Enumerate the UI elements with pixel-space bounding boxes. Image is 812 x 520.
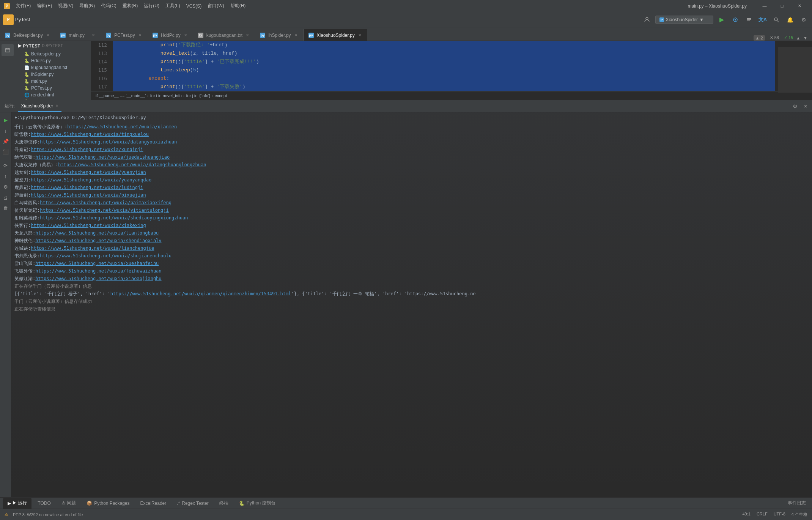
packages-icon: 📦 xyxy=(87,501,92,506)
run-tab-active[interactable]: XiaoshuoSpider ✕ xyxy=(18,100,61,112)
editor-content[interactable]: 112 113 114 115 116 117 print('下载路径: '+h… xyxy=(91,41,778,91)
status-position[interactable]: 49:1 xyxy=(742,512,750,517)
tab-python-console[interactable]: 🐍 Python 控制台 xyxy=(234,498,280,509)
file-main[interactable]: 🐍 main.py xyxy=(15,78,91,85)
py-icon: py xyxy=(60,33,66,38)
tab-close-main[interactable]: ✕ xyxy=(91,33,96,38)
menu-file[interactable]: 文件(F) xyxy=(13,1,34,11)
profile-button[interactable] xyxy=(744,14,754,25)
close-button[interactable]: ✕ xyxy=(791,0,808,12)
tab-problems[interactable]: ⚠ 问题 xyxy=(57,498,80,509)
translate-button[interactable]: 文A xyxy=(757,14,768,25)
breadcrumb-item-2[interactable]: for i in novel_info xyxy=(150,93,182,98)
tab-close-pctest[interactable]: ✕ xyxy=(137,33,143,38)
user-icon[interactable] xyxy=(642,14,652,25)
notification-button[interactable]: 🔔 xyxy=(785,14,795,25)
menu-tools[interactable]: 工具(L) xyxy=(162,1,183,11)
file-beikespider[interactable]: 🐍 Beikespider.py xyxy=(15,50,91,57)
minimize-button[interactable]: — xyxy=(756,0,773,12)
run-filter-button[interactable]: 🖨 xyxy=(1,193,10,202)
status-line-ending[interactable]: CRLF xyxy=(757,512,768,517)
run-command: E:\python\python.exe D:/PyTest/XiaoshuoS… xyxy=(14,114,809,121)
tab-todo[interactable]: TODO xyxy=(33,498,55,509)
tab-close-beikespider[interactable]: ✕ xyxy=(45,33,50,38)
breadcrumb-item-1[interactable]: if __name__ == '__main__' xyxy=(96,93,146,98)
file-pctest[interactable]: 🐍 PCTest.py xyxy=(15,85,91,91)
file-kugoubangdan[interactable]: 📄 kugoubangdan.txt xyxy=(15,64,91,71)
run-tab-close[interactable]: ✕ xyxy=(55,104,58,108)
code-area[interactable]: 112 113 114 115 116 117 print('下载路径: '+h… xyxy=(91,41,778,91)
breadcrumb-item-3[interactable]: for j in i['info'] xyxy=(186,93,211,98)
chevron-up-icon[interactable]: ▲ xyxy=(796,36,800,40)
menu-run[interactable]: 运行(U) xyxy=(141,1,162,11)
file-hddpc[interactable]: 🐍 HddPc.py xyxy=(15,57,91,64)
project-icon[interactable] xyxy=(2,44,14,56)
menu-edit[interactable]: 编辑(E) xyxy=(34,1,55,11)
settings-icon[interactable]: ⚙ xyxy=(793,103,798,109)
menu-refactor[interactable]: 重构(R) xyxy=(120,1,141,11)
breadcrumb-item-4[interactable]: except xyxy=(215,93,227,98)
run-output-line-21: 笑傲江湖:https://www.51shucheng.net/wuxia/xi… xyxy=(14,275,809,282)
tab-mainpy[interactable]: py main.py ✕ xyxy=(55,29,101,41)
tab-excel-reader[interactable]: ExcelReader xyxy=(136,498,171,509)
menu-navigate[interactable]: 导航(N) xyxy=(76,1,98,11)
run-scroll-up-button[interactable]: ↑ xyxy=(1,172,10,181)
run-play-button[interactable]: ▶ xyxy=(1,115,10,124)
close-run-icon[interactable]: ✕ xyxy=(804,104,807,109)
code-content[interactable]: print('下载路径: '+href) novel_text(z, title… xyxy=(110,41,778,91)
run-output[interactable]: E:\python\python.exe D:/PyTest/XiaoshuoS… xyxy=(11,112,812,497)
run-button[interactable]: ▶ xyxy=(716,14,727,25)
run-panel-header: 运行: XiaoshuoSpider ✕ ⚙ ✕ xyxy=(0,100,812,112)
tab-xiaoshuospider[interactable]: py XiaoshuoSpider.py ✕ xyxy=(304,29,367,41)
tab-hddpc[interactable]: py HddPc.py ✕ xyxy=(148,29,193,41)
menu-vcs[interactable]: VCS(S) xyxy=(183,2,205,10)
debug-button[interactable] xyxy=(730,14,741,25)
run-pin-button[interactable]: 📌 xyxy=(1,137,10,146)
python-file-icon: 🐍 xyxy=(24,72,30,77)
tab-bar: py Beikespider.py ✕ py main.py ✕ py PCTe… xyxy=(0,27,812,41)
run-stop-button[interactable]: ⬛ xyxy=(1,147,10,156)
warning-badge: ▲ 2 xyxy=(754,35,765,41)
menu-bar: 文件(F) 编辑(E) 视图(V) 导航(N) 代码(C) 重构(R) 运行(U… xyxy=(13,1,249,11)
run-output-line-11: 白马啸西风:https://www.51shucheng.net/wuxia/b… xyxy=(14,199,809,206)
svg-point-2 xyxy=(646,17,648,20)
tab-regex-tester[interactable]: .* Regex Tester xyxy=(172,498,213,509)
tab-run[interactable]: ▶ ▶ 运行 xyxy=(3,498,31,509)
menu-help[interactable]: 帮助(H) xyxy=(227,1,249,11)
tab-lhspider[interactable]: py lhSpider.py ✕ xyxy=(255,29,303,41)
file-render[interactable]: 🌐 render.html xyxy=(15,91,91,98)
tab-pctest[interactable]: py PCTest.py ✕ xyxy=(101,29,148,41)
event-log-button[interactable]: 事件日志 xyxy=(785,500,809,506)
status-indentation[interactable]: 4 个空格 xyxy=(792,512,807,517)
run-output-line-7: 越女剑:https://www.51shucheng.net/wuxia/yue… xyxy=(14,169,809,176)
tab-beikespider[interactable]: py Beikespider.py ✕ xyxy=(0,29,55,41)
toolbar: P PyTest P XiaoshuoSpider ▼ ▶ 文A 🔔 ⚙ xyxy=(0,12,812,27)
svg-rect-12 xyxy=(5,49,10,52)
run-settings-icon[interactable]: ⚙ xyxy=(1,182,10,191)
chevron-down-icon[interactable]: ▼ xyxy=(803,36,807,40)
file-lhspider[interactable]: 🐍 lhSpider.py xyxy=(15,71,91,78)
run-scroll-down-button[interactable]: ↓ xyxy=(1,126,10,135)
menu-view[interactable]: 视图(V) xyxy=(55,1,76,11)
status-encoding[interactable]: UTF-8 xyxy=(774,512,785,517)
tab-close-lhspider[interactable]: ✕ xyxy=(293,33,299,38)
run-output-line-12: 倚天屠龙记:https://www.51shucheng.net/wuxia/y… xyxy=(14,206,809,214)
project-selector[interactable]: P XiaoshuoSpider ▼ xyxy=(655,16,713,24)
menu-code[interactable]: 代码(C) xyxy=(98,1,120,11)
tab-close-hddpc[interactable]: ✕ xyxy=(183,33,188,38)
tab-python-packages[interactable]: 📦 Python Packages xyxy=(82,498,134,509)
run-output-line-5: 绝代双骄:https://www.51shucheng.net/wuxia/ju… xyxy=(14,153,809,161)
menu-window[interactable]: 窗口(W) xyxy=(205,1,227,11)
run-rerun-button[interactable]: ⟳ xyxy=(1,161,10,170)
maximize-button[interactable]: □ xyxy=(773,0,791,12)
tab-close-xiaoshuospider[interactable]: ✕ xyxy=(357,33,362,38)
run-clear-button[interactable]: 🗑 xyxy=(1,203,10,213)
svg-rect-9 xyxy=(747,20,750,21)
tab-kugoubangdan[interactable]: tx kugoubangdan.txt ✕ xyxy=(193,29,255,41)
tab-close-kugoubangdan[interactable]: ✕ xyxy=(245,33,250,38)
settings-button[interactable]: ⚙ xyxy=(798,14,809,25)
line-numbers: 112 113 114 115 116 117 xyxy=(91,41,110,91)
tab-terminal[interactable]: 终端 xyxy=(215,498,233,509)
left-sidebar xyxy=(0,41,15,100)
search-button[interactable] xyxy=(771,14,782,25)
